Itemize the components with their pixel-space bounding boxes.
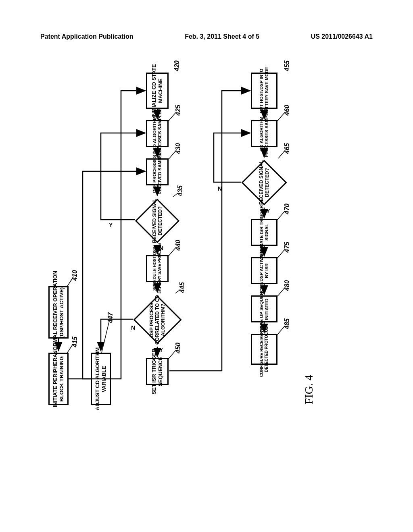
box-420: INITIALIZE CD STATEMACHINE: [146, 73, 169, 109]
box-430: DSP PROCESSES NRECEIVED SAMPLES: [146, 158, 169, 185]
ref-475: 475: [284, 242, 291, 253]
diamond-445: DSP PROCESSCORRELATED TO CDALGORITHM?: [133, 293, 181, 346]
box-450-text: SET ISR TRIGGERSEQUENCE: [151, 349, 163, 394]
diamond-445-text: DSP PROCESSCORRELATED TO CDALGORITHM?: [149, 295, 166, 345]
box-460-text: CD ALGORITHMPROCESSES SAMPLE: [259, 110, 269, 157]
ref-465: 465: [284, 143, 291, 154]
label-435-y: Y: [109, 222, 113, 228]
ref-485: 485: [284, 318, 291, 329]
ref-435: 435: [177, 185, 184, 196]
box-485-text: CONFIGURE RECEIVER PERDETECTED PROTOCOL: [259, 322, 269, 377]
box-415: INITIATE PERIPHERALBLOCK TRAINING: [48, 353, 69, 405]
ref-445: 445: [179, 282, 186, 293]
box-430-text: DSP PROCESSES NRECEIVED SAMPLES: [152, 149, 163, 194]
diamond-465-text: RECEIVED SIGNALDETECTED?: [259, 160, 270, 205]
box-447-text: ADJUST CD ALGORITHMVARIABLE: [94, 347, 107, 410]
box-447: ADJUST CD ALGORITHMVARIABLE: [91, 353, 111, 405]
box-470: GENERATE ISR TRIGGERSIGNAL: [251, 219, 277, 246]
ref-480: 480: [284, 280, 291, 291]
figure-label: FIG. 4: [302, 375, 315, 404]
ref-450: 450: [175, 343, 182, 353]
box-410: NORMAL RECEIVER OPERATION(DSP/HOST ACTIV…: [48, 286, 69, 339]
box-440: SCHEDULE HOST/DSPBATTERY SAVE PROCESS: [146, 255, 169, 282]
label-445-n: N: [131, 324, 135, 331]
box-460: CD ALGORITHMPROCESSES SAMPLE: [251, 120, 277, 147]
box-410-text: NORMAL RECEIVER OPERATION(DSP/HOST ACTIV…: [52, 271, 65, 354]
ref-415: 415: [71, 337, 79, 347]
diamond-435: RECEIVED SIGNALDETECTED?: [135, 197, 179, 245]
ref-470: 470: [284, 204, 291, 214]
box-485: CONFIGURE RECEIVER PERDETECTED PROTOCOL: [251, 334, 277, 365]
box-440-text: SCHEDULE HOST/DSPBATTERY SAVE PROCESS: [152, 243, 162, 294]
ref-430: 430: [175, 143, 182, 154]
ref-425: 425: [175, 105, 182, 116]
figure-4: NORMAL RECEIVER OPERATION(DSP/HOST ACTIV…: [40, 73, 363, 443]
diamond-435-text: RECEIVED SIGNALDETECTED?: [152, 199, 163, 243]
box-415-text: INITIATE PERIPHERALBLOCK TRAINING: [52, 351, 65, 407]
box-480: WAKE UP SEQUENCEINITIATED: [251, 295, 277, 322]
ref-460: 460: [284, 105, 291, 116]
box-455-text: PUT HOST/DSP INTOBATTERY SAVE MODE: [259, 67, 269, 115]
box-455: PUT HOST/DSP INTOBATTERY SAVE MODE: [251, 73, 277, 109]
header-left: Patent Application Publication: [40, 33, 133, 40]
box-475: HOST/DSP ACTIVATEDBY ISR: [251, 257, 277, 284]
diamond-465: RECEIVED SIGNALDETECTED?: [241, 158, 287, 207]
ref-447: 447: [107, 312, 114, 323]
header-center: Feb. 3, 2011 Sheet 4 of 5: [185, 33, 259, 40]
box-450: SET ISR TRIGGERSEQUENCE: [146, 358, 169, 385]
ref-420: 420: [173, 60, 181, 71]
ref-455: 455: [284, 60, 291, 71]
label-465-n: N: [218, 185, 222, 192]
ref-410: 410: [71, 270, 79, 281]
header-right: US 2011/0026643 A1: [311, 33, 373, 40]
box-425: CD ALGORITHMPROCESSES SAMPLES: [146, 120, 169, 147]
ref-440: 440: [175, 240, 182, 251]
